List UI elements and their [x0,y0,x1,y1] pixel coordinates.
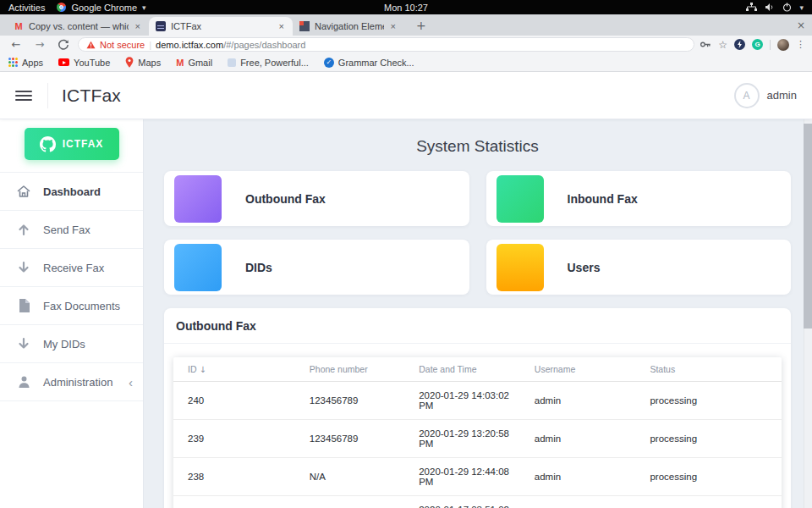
column-header-id[interactable]: ID↓ [173,357,295,382]
bookmark-star-icon[interactable]: ☆ [718,39,727,51]
reload-button[interactable] [54,39,73,51]
arrow-down-icon [14,337,34,351]
cell-datetime: 2020-01-29 13:20:58 PM [404,420,520,458]
stat-label: DIDs [245,261,272,274]
sort-descending-icon: ↓ [200,365,206,374]
bookmark-grammar-check[interactable]: ✓ Grammar Check... [324,58,414,68]
stat-label: Outbound Fax [245,192,326,206]
bookmark-label: YouTube [74,58,110,68]
app-menu-label: Google Chrome [71,3,137,13]
tab-gmail-article[interactable]: M Copy vs. content — which × [7,17,149,36]
outbound-fax-table: ID↓ Phone number Date and Time Username … [173,357,782,508]
sidebar-item-fax-documents[interactable]: Fax Documents [0,287,143,325]
sidebar-item-administration[interactable]: Administration ‹ [0,363,143,401]
page-scrollbar[interactable] [804,119,812,508]
sidebar-item-label: Dashboard [43,185,133,198]
profile-avatar[interactable] [777,39,789,51]
sidebar-item-receive-fax[interactable]: Receive Fax [0,249,143,287]
cell-id: 239 [173,420,295,458]
tab-title: ICTFax [171,21,272,31]
sidebar-item-label: Send Fax [43,224,133,236]
network-icon[interactable] [746,3,757,12]
cell-username: admin [520,458,636,496]
maps-pin-icon [125,57,134,68]
bookmark-apps[interactable]: Apps [8,58,43,68]
volume-icon[interactable] [765,3,775,12]
tab-title: Navigation Elements :: Suit [315,21,384,31]
gmail-icon: M [14,21,24,31]
column-header-status[interactable]: Status [635,357,782,382]
ictfax-github-button[interactable]: ICTFAX [25,128,119,160]
stat-card-users[interactable]: Users [486,240,792,295]
page-title: System Statistics [164,137,791,156]
cell-datetime: 2020-01-29 14:03:02 PM [404,382,520,420]
activities-button[interactable]: Activities [8,3,45,13]
column-header-username[interactable]: Username [520,357,636,382]
chevron-down-icon[interactable]: ▾ [799,3,804,12]
url-host: demo.ictfax.com [156,40,223,50]
username-label: admin [767,89,797,102]
forward-button[interactable]: → [30,39,49,50]
address-bar[interactable]: Not secure | demo.ictfax.com/#/pages/das… [78,37,694,52]
header-divider [47,83,48,108]
cell-username: admin [520,420,636,458]
cell-phone: 123456789 [295,420,404,458]
table-row[interactable]: 240 123456789 2020-01-29 14:03:02 PM adm… [173,382,782,420]
bookmark-free-powerful[interactable]: Free, Powerful... [228,58,309,68]
app-menu[interactable]: Google Chrome ▾ [57,3,145,13]
bookmark-label: Gmail [188,58,212,68]
table-row[interactable]: 239 123456789 2020-01-29 13:20:58 PM adm… [173,420,782,458]
github-icon [40,136,56,152]
stat-card-dids[interactable]: DIDs [164,240,469,295]
table-row[interactable]: 238 N/A 2020-01-29 12:44:08 PM admin pro… [173,458,782,496]
stat-card-outbound-fax[interactable]: Outbound Fax [164,171,469,226]
back-button[interactable]: ← [7,39,25,50]
scrollbar-thumb[interactable] [804,124,812,329]
extension-icon[interactable] [734,39,745,50]
url-text[interactable]: demo.ictfax.com/#/pages/dashboard [156,40,305,50]
security-label[interactable]: Not secure [100,40,145,50]
chrome-icon [57,3,66,12]
tab-close-icon[interactable]: × [389,21,398,31]
sidebar-toggle-icon[interactable] [15,91,32,101]
sidebar-item-label: Administration [43,376,129,389]
gnome-topbar: Activities Google Chrome ▾ Mon 10:27 ▾ [0,0,812,14]
tab-navigation-elements[interactable]: Navigation Elements :: Suit × [293,17,404,36]
sidebar-item-my-dids[interactable]: My DIDs [0,325,143,363]
cell-status: processing [635,458,782,496]
sidebar-item-dashboard[interactable]: Dashboard [0,173,143,211]
ictfax-app: ICTFax A admin ICTFAX Dashboard Send Fax [0,72,812,508]
bookmark-label: Apps [22,58,43,68]
new-tab-button[interactable]: + [411,19,431,32]
gmail-icon: M [176,58,184,68]
grammarly-icon[interactable]: G [752,39,763,50]
app-brand[interactable]: ICTFax [62,86,121,106]
tab-close-icon[interactable]: × [134,21,142,31]
cell-username: admin [520,496,636,508]
ictfax-button-label: ICTFAX [63,138,104,150]
bookmark-maps[interactable]: Maps [125,57,161,68]
sidebar-item-send-fax[interactable]: Send Fax [0,211,143,249]
bookmark-gmail[interactable]: M Gmail [176,58,212,68]
tab-close-icon[interactable]: × [277,21,286,31]
person-icon [14,375,34,389]
window-close-icon[interactable]: × [797,19,805,31]
ictfax-favicon [156,21,166,31]
chevron-left-icon[interactable]: ‹ [129,375,133,389]
table-row[interactable]: 62 8187868876 2020-01-17 03:51:02 AM adm… [173,496,782,508]
browser-menu-icon[interactable]: ⋮ [796,39,805,50]
arrow-down-icon [14,261,34,274]
column-header-datetime[interactable]: Date and Time [404,357,520,382]
stat-card-inbound-fax[interactable]: Inbound Fax [486,171,792,226]
app-header: ICTFax A admin [0,72,812,119]
tab-ictfax[interactable]: ICTFax × [149,17,293,36]
user-menu[interactable]: A admin [734,83,797,108]
apps-grid-icon [8,58,18,67]
suit-favicon [299,21,310,31]
power-icon[interactable] [782,3,792,12]
key-icon[interactable] [700,39,711,50]
bookmark-youtube[interactable]: YouTube [58,58,110,68]
column-header-phone[interactable]: Phone number [295,357,404,382]
sidebar-item-label: My DIDs [43,338,133,351]
cell-phone: N/A [295,458,404,496]
